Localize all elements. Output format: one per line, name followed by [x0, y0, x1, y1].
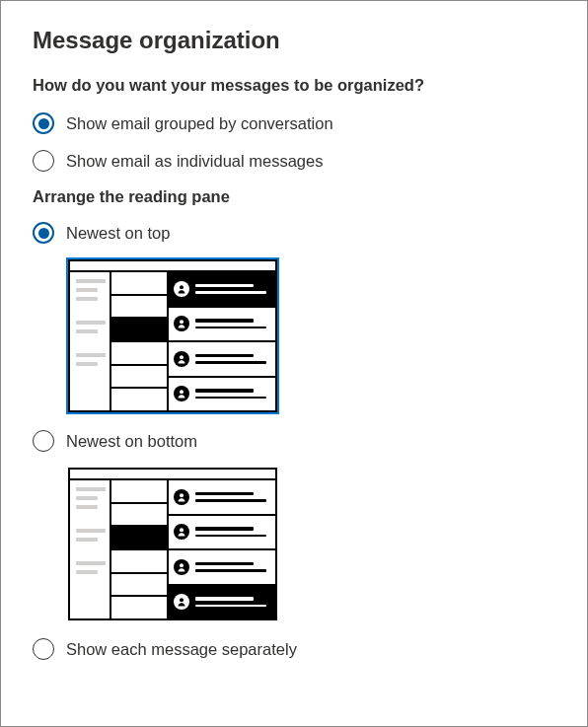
preview-thumbnail [68, 468, 277, 620]
svg-point-7 [180, 598, 184, 602]
avatar-icon [174, 281, 189, 297]
svg-point-1 [180, 320, 184, 324]
preview-newest-on-bottom[interactable] [68, 468, 555, 620]
svg-point-5 [180, 528, 184, 532]
avatar-icon [174, 594, 189, 610]
option-label: Show each message separately [66, 640, 297, 659]
option-grouped-by-conversation[interactable]: Show email grouped by conversation [33, 112, 555, 134]
avatar-icon [174, 316, 189, 331]
avatar-icon [174, 524, 189, 540]
option-show-separately[interactable]: Show each message separately [33, 638, 555, 660]
radio-icon [33, 112, 54, 134]
message-organization-panel: Message organization How do you want you… [0, 0, 588, 727]
option-newest-on-bottom[interactable]: Newest on bottom [33, 430, 555, 452]
option-label: Show email grouped by conversation [66, 114, 333, 133]
svg-point-3 [180, 390, 184, 394]
page-title: Message organization [33, 27, 555, 54]
radio-icon [33, 638, 54, 660]
svg-point-6 [180, 563, 184, 567]
svg-point-2 [180, 355, 184, 359]
option-label: Newest on top [66, 224, 170, 243]
avatar-icon [174, 386, 189, 401]
radio-icon [33, 150, 54, 172]
radio-icon [33, 430, 54, 452]
avatar-icon [174, 351, 189, 367]
organize-subheading: How do you want your messages to be orga… [33, 76, 555, 95]
option-label: Show email as individual messages [66, 152, 323, 171]
preview-thumbnail [68, 259, 277, 412]
arrange-subheading: Arrange the reading pane [33, 187, 555, 206]
option-label: Newest on bottom [66, 432, 197, 451]
svg-point-4 [180, 493, 184, 497]
svg-point-0 [180, 285, 184, 289]
avatar-icon [174, 489, 189, 505]
option-individual-messages[interactable]: Show email as individual messages [33, 150, 555, 172]
option-newest-on-top[interactable]: Newest on top [33, 222, 555, 244]
avatar-icon [174, 559, 189, 575]
radio-icon [33, 222, 54, 244]
preview-newest-on-top[interactable] [68, 259, 555, 412]
